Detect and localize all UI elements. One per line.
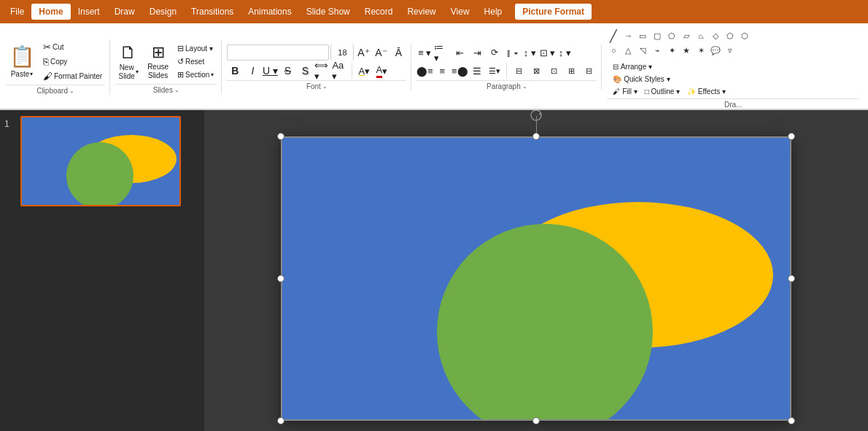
handle-top-right[interactable] <box>788 133 795 140</box>
handle-bottom-left[interactable] <box>277 417 284 424</box>
underline-button[interactable]: U ▾ <box>262 63 278 79</box>
align-right-button[interactable]: ≡⬤ <box>452 63 468 79</box>
shape-chevron-btn[interactable]: ⌁ <box>651 44 664 57</box>
shape-diamond-btn[interactable]: ◇ <box>709 29 722 42</box>
handle-top-left[interactable] <box>277 133 284 140</box>
shape-star5-btn[interactable]: ★ <box>680 44 693 57</box>
clipboard-group: 📋 Paste▾ ✂ Cut ⎘ Copy 🖌 Format Painter C… <box>4 40 110 95</box>
menu-draw[interactable]: Draw <box>107 4 142 20</box>
shape-line-btn[interactable]: ╱ <box>607 29 620 42</box>
menu-file[interactable]: File <box>3 4 31 20</box>
change-case-button[interactable]: Aa ▾ <box>332 63 348 79</box>
copy-button[interactable]: ⎘ Copy <box>40 55 105 69</box>
cut-button[interactable]: ✂ Cut <box>40 40 105 54</box>
shape-rect-btn[interactable]: ▭ <box>636 29 649 42</box>
shape-fill-button[interactable]: 🖌 Fill ▾ <box>610 86 640 97</box>
shape-hexagon-btn[interactable]: ⬡ <box>738 29 751 42</box>
font-color-button[interactable]: A ▾ <box>373 63 390 79</box>
shadow-button[interactable]: S <box>297 63 313 79</box>
shape-rtriangle-btn[interactable]: ◹ <box>636 44 649 57</box>
paste-button[interactable]: 📋 Paste▾ <box>6 43 38 80</box>
increase-indent-button[interactable]: ⇥ <box>469 44 485 61</box>
clipboard-expand-icon[interactable]: ⌄ <box>69 88 74 94</box>
shape-snip-btn[interactable]: ⬠ <box>665 29 678 42</box>
new-slide-button[interactable]: 🗋 NewSlide ▾ <box>115 41 142 82</box>
menu-animations[interactable]: Animations <box>241 4 298 20</box>
align-text-button[interactable]: ⊡ ▾ <box>539 44 555 61</box>
font-grow-button[interactable]: A⁺ <box>355 44 371 61</box>
line-spacing-button[interactable]: ↕ ▾ <box>557 44 573 61</box>
columns-button[interactable]: ⫿ ▾ <box>504 44 520 61</box>
italic-button[interactable]: I <box>244 63 260 79</box>
slide-thumbnail[interactable] <box>20 116 181 206</box>
handle-bottom-center[interactable] <box>532 417 540 424</box>
handle-mid-right[interactable] <box>788 275 795 282</box>
decrease-indent-button[interactable]: ⇤ <box>452 44 468 61</box>
layout-button[interactable]: ⊟ Layout ▾ <box>174 42 217 55</box>
shape-effects-button[interactable]: ✨ Effects ▾ <box>684 86 729 97</box>
bold-button[interactable]: B <box>227 63 243 79</box>
font-divider <box>352 63 352 79</box>
paragraph-label: Paragraph ⌄ <box>416 80 597 90</box>
block-dist-button[interactable]: ⊟ <box>581 63 597 79</box>
section-button[interactable]: ⊞ Section ▾ <box>174 69 217 81</box>
shape-arrow-btn[interactable]: → <box>621 29 635 42</box>
clear-formatting-button[interactable]: Ā <box>390 44 406 61</box>
shape-triangle-btn[interactable]: △ <box>621 44 635 57</box>
main-canvas[interactable] <box>204 110 868 431</box>
shape-callout-btn[interactable]: 💬 <box>709 44 722 57</box>
font-expand-icon[interactable]: ⌄ <box>322 83 328 90</box>
format-painter-button[interactable]: 🖌 Format Painter <box>40 69 105 83</box>
shape-more-btn[interactable]: ▿ <box>724 44 737 57</box>
shape-ellipse-btn[interactable]: ○ <box>607 44 620 57</box>
menu-view[interactable]: View <box>443 4 477 20</box>
shape-trapezoid-btn[interactable]: ⏢ <box>694 29 708 42</box>
bullets-button[interactable]: ≡ ▾ <box>416 44 433 61</box>
block-right-button[interactable]: ⊡ <box>546 63 562 79</box>
text-direction-button[interactable]: ↕ ▾ <box>522 44 538 61</box>
numbering-button[interactable]: ≔ ▾ <box>434 44 450 61</box>
reuse-slides-button[interactable]: ⊞ ReuseSlides <box>144 42 171 81</box>
font-row1: A⁺ A⁻ Ā <box>227 44 406 61</box>
slide-canvas[interactable] <box>281 136 791 421</box>
char-spacing-button[interactable]: ⟺ ▾ <box>314 63 330 79</box>
smartart-convert-button[interactable]: ⟳ <box>487 44 503 61</box>
highlight-color-button[interactable]: A ▾ <box>356 63 372 79</box>
shape-parallelogram-btn[interactable]: ▱ <box>680 29 693 42</box>
handle-mid-left[interactable] <box>277 275 284 282</box>
shape-outline-button[interactable]: □ Outline ▾ <box>642 86 683 97</box>
align-left-button[interactable]: ⬤≡ <box>416 63 433 79</box>
menu-help[interactable]: Help <box>477 4 510 20</box>
reset-button[interactable]: ↺ Reset <box>174 55 217 68</box>
slides-expand-icon[interactable]: ⌄ <box>174 87 179 93</box>
rotate-handle[interactable] <box>530 110 543 122</box>
handle-top-center[interactable] <box>532 133 540 140</box>
shape-star4-btn[interactable]: ✦ <box>665 44 678 57</box>
paragraph-group: ≡ ▾ ≔ ▾ ⇤ ⇥ ⟳ ⫿ ▾ ↕ ▾ ⊡ ▾ ↕ ▾ ⬤≡ ≡ ≡⬤ ☰ … <box>412 44 602 90</box>
align-center-button[interactable]: ≡ <box>434 63 450 79</box>
menu-slideshow[interactable]: Slide Show <box>299 4 357 20</box>
handle-bottom-right[interactable] <box>788 417 795 424</box>
font-size-input[interactable] <box>331 44 353 61</box>
menu-home[interactable]: Home <box>31 4 70 20</box>
shape-star6-btn[interactable]: ✶ <box>694 44 708 57</box>
block-center-button[interactable]: ⊠ <box>528 63 544 79</box>
shape-pentagon-btn[interactable]: ⬠ <box>724 29 737 42</box>
paragraph-expand-icon[interactable]: ⌄ <box>522 83 527 90</box>
font-name-input[interactable] <box>227 44 329 61</box>
menu-record[interactable]: Record <box>357 4 400 20</box>
font-shrink-button[interactable]: A⁻ <box>373 44 389 61</box>
block-justify-button[interactable]: ⊞ <box>563 63 579 79</box>
shape-rrect-btn[interactable]: ▢ <box>651 29 664 42</box>
justify-button[interactable]: ☰ <box>469 63 485 79</box>
quick-styles-button[interactable]: 🎨 Quick Styles ▾ <box>610 74 729 85</box>
arrange-button[interactable]: ⊟ Arrange ▾ <box>610 61 729 72</box>
menu-insert[interactable]: Insert <box>71 4 107 20</box>
menu-transitions[interactable]: Transitions <box>184 4 241 20</box>
menu-review[interactable]: Review <box>400 4 443 20</box>
menu-picture-format[interactable]: Picture Format <box>515 4 592 20</box>
strikethrough-button[interactable]: S <box>279 63 295 79</box>
block-left-button[interactable]: ⊟ <box>511 63 527 79</box>
justify-low-button[interactable]: ☰▾ <box>487 63 503 79</box>
menu-design[interactable]: Design <box>142 4 184 20</box>
